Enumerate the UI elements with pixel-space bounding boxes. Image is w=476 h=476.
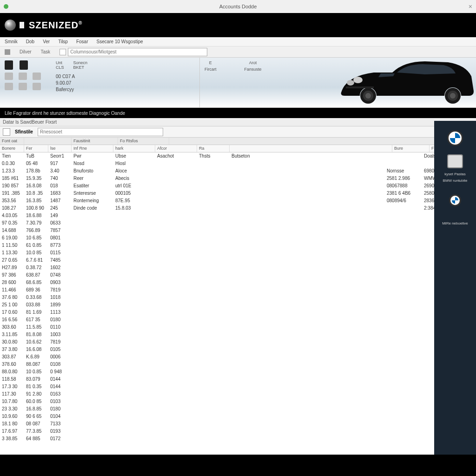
table-row[interactable]: 37.6 800.33.681018 xyxy=(0,294,469,301)
table-row[interactable]: 117.3091 2.800163 xyxy=(0,390,469,398)
cell: 7.30.79 xyxy=(24,219,48,227)
monitor-icon[interactable] xyxy=(447,154,463,168)
cell: 0144 xyxy=(48,376,72,383)
cell: 080894/6 xyxy=(385,197,422,205)
table-row[interactable]: 18.1 8008 0877133 xyxy=(0,420,469,428)
col-head[interactable]: Fer xyxy=(24,145,48,152)
cell: 353.56 xyxy=(0,197,24,205)
grid-icon[interactable] xyxy=(19,73,27,80)
col-head[interactable]: Bonere xyxy=(0,145,24,152)
col-group[interactable]: Fo Rtsfos xyxy=(118,138,169,145)
col-group[interactable]: Fausitinit xyxy=(72,138,118,145)
table-row[interactable]: 3.11.8581.8.081003 xyxy=(0,331,469,338)
table-row[interactable]: 23 3.3016.8.850180 xyxy=(0,405,469,413)
col-head[interactable]: Bure xyxy=(392,145,430,152)
col-head[interactable]: Afcor xyxy=(155,145,197,152)
cell xyxy=(72,361,113,368)
cell xyxy=(72,219,113,227)
table-row[interactable]: 185 #6115.9.35740ReerAbecis2581 2.986WMW… xyxy=(0,175,469,182)
cell: 10 6.85 xyxy=(24,234,48,242)
cell: 6.7.6 81 xyxy=(24,257,48,264)
grid-icon[interactable] xyxy=(5,83,13,90)
table-row[interactable]: 25 1 00033.881899 xyxy=(0,301,469,309)
col-head[interactable]: hark xyxy=(113,145,155,152)
menu-item[interactable]: Ver xyxy=(43,39,50,44)
cell: 191 .385 xyxy=(0,190,24,197)
table-row[interactable]: 17.6.9777.3.850193 xyxy=(0,428,469,435)
search-input[interactable] xyxy=(68,48,207,56)
cell: 81.8.08 xyxy=(24,331,48,338)
menu-item[interactable]: Tilsp xyxy=(58,39,68,44)
window-titlebar: Accounts Dodde × xyxy=(0,0,476,13)
table-row[interactable]: 30.0.8010.6.627819 xyxy=(0,338,469,346)
table-row[interactable]: 378.6088.0870108 xyxy=(0,361,469,368)
cell: 61 0.85 xyxy=(24,242,48,249)
grid-icon[interactable] xyxy=(5,73,13,80)
table-row[interactable]: 16 6.56617 350180 xyxy=(0,316,469,324)
table-row[interactable]: 28 60068.6.850903 xyxy=(0,279,469,286)
cell xyxy=(72,383,113,390)
table-row[interactable]: 1.23.3178.8b3.40BnuforstoAloceNornsse698… xyxy=(0,167,469,175)
cell xyxy=(385,227,422,234)
cell xyxy=(113,264,155,271)
table-row[interactable]: 190 85716.8.08018Esatiterutrl 01E0806788… xyxy=(0,182,469,190)
cell: 0105 xyxy=(48,346,72,353)
col-group[interactable] xyxy=(24,138,72,145)
table-row[interactable]: 97 386638.870748 xyxy=(0,271,469,279)
table-row[interactable]: 1 13.3010.0 850115 xyxy=(0,249,469,257)
device-icon[interactable] xyxy=(5,60,13,70)
table-row[interactable]: 0.0.3005 48917NosdHiosl xyxy=(0,160,469,167)
table-row[interactable]: 353.5616.3.851487Ronterneing87E.95080894… xyxy=(0,197,469,205)
menu-item[interactable]: Dob xyxy=(26,39,34,44)
table-row[interactable]: 4.03.0518.6.88149 xyxy=(0,212,469,219)
menu-item[interactable]: Fosar xyxy=(76,39,88,44)
table-row[interactable]: H27.890.38.721602 xyxy=(0,264,469,271)
filter-input[interactable] xyxy=(38,128,163,136)
table-row[interactable]: 17.3 3081 0.350144 xyxy=(0,383,469,390)
table-row[interactable]: 303.6011.5.850110 xyxy=(0,324,469,331)
bmw-logo-icon[interactable] xyxy=(447,130,463,146)
table-row[interactable]: 11.466689 367819 xyxy=(0,286,469,294)
table-row[interactable]: 303.87K.6.890006 xyxy=(0,353,469,361)
grid-icon[interactable] xyxy=(33,83,41,90)
cell xyxy=(113,368,155,376)
table-row[interactable]: 108.27100.8 90245Dinde code15.8.032:3840… xyxy=(0,205,469,212)
table-row[interactable]: 118.5883.0790144 xyxy=(0,376,469,383)
svg-point-6 xyxy=(353,77,363,83)
cell: 18.6.88 xyxy=(24,212,48,219)
window-close-icon[interactable]: × xyxy=(469,3,472,10)
col-head[interactable]: Inf Rne xyxy=(72,145,113,152)
cell xyxy=(113,257,155,264)
table-row[interactable]: 14.688766.897857 xyxy=(0,227,469,234)
table-row[interactable]: 3 38.8564 8850172 xyxy=(0,435,469,441)
toolbar-icon[interactable] xyxy=(5,49,10,55)
table-row[interactable]: 27 0.656.7.6 817485 xyxy=(0,257,469,264)
cell xyxy=(72,227,113,234)
device-icon[interactable] xyxy=(20,60,28,70)
grid-icon[interactable] xyxy=(19,83,27,90)
cell: 10.7.80 xyxy=(0,398,24,405)
bmw-logo-icon[interactable] xyxy=(449,194,461,206)
table-row[interactable]: 6 19.0010 6.850801 xyxy=(0,234,469,242)
col-head[interactable]: Ra xyxy=(197,145,230,152)
table-row[interactable]: 37 3.8016.6.080105 xyxy=(0,346,469,353)
tool-button-icon[interactable] xyxy=(3,128,10,136)
table-row[interactable]: 191 .38510.8 .351683Snteresrse0001052381… xyxy=(0,190,469,197)
cell: 17.6.97 xyxy=(0,428,24,435)
cell: 23 3.30 xyxy=(0,405,24,413)
cell: 11.466 xyxy=(0,286,24,294)
grid-icon[interactable] xyxy=(33,73,41,80)
calendar-icon[interactable] xyxy=(60,49,66,55)
table-row[interactable]: 1 11.5061 0.858773 xyxy=(0,242,469,249)
col-group[interactable]: Font oat xyxy=(0,138,24,145)
hero-sub: CLS xyxy=(56,65,64,70)
table-row[interactable]: 88.0.8010 0.850 948 xyxy=(0,368,469,376)
cell: 303.87 xyxy=(0,353,24,361)
table-row[interactable]: 10.9.6090 6 650104 xyxy=(0,413,469,420)
table-row[interactable]: 17 0.6081 1.691113 xyxy=(0,309,469,316)
table-row[interactable]: 97 0.357.30.790633 xyxy=(0,219,469,227)
menu-item[interactable]: Smnik xyxy=(5,39,18,44)
col-head[interactable]: lse xyxy=(48,145,72,152)
table-row[interactable]: 10.7.8060.0 850103 xyxy=(0,398,469,405)
menu-item[interactable]: Ssecare 10 Wsgostipe xyxy=(96,39,143,44)
